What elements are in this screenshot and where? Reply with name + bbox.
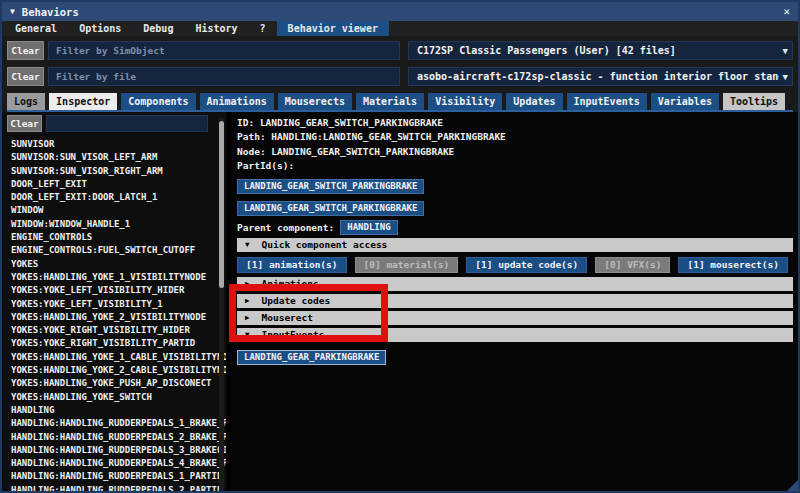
list-item[interactable]: HANDLING:HANDLING_RUDDERPEDALS_1_PARTID [7, 470, 226, 483]
menu-item[interactable]: Options [68, 21, 132, 36]
tab-strip: LogsInspectorComponentsAnimationsMousere… [7, 93, 793, 110]
toolbar: Clear C172SP Classic Passengers (User) [… [2, 36, 798, 112]
simobject-filter-input[interactable] [48, 41, 400, 60]
list-item[interactable]: YOKES:YOKE_LEFT_VISIBILITY_HIDER [7, 284, 226, 297]
list-item[interactable]: ENGINE_CONTROLS [7, 231, 226, 244]
path-line: Path: HANDLING:LANDING_GEAR_SWITCH_PARKI… [237, 130, 793, 144]
list-item[interactable]: WINDOW [7, 204, 226, 217]
list-item[interactable]: YOKES:HANDLING_YOKE_1_CABLE_VISIBILITYNO… [7, 351, 226, 364]
section-collapsed-icon: ▶ [245, 313, 250, 322]
list-item[interactable]: YOKES:HANDLING_YOKE_2_CABLE_VISIBILITYNO… [7, 364, 226, 377]
clear-simobject-filter-button[interactable]: Clear [7, 41, 44, 60]
tab[interactable]: Inspector [49, 93, 117, 110]
partids-label: PartId(s): [237, 159, 793, 173]
list-item[interactable]: HANDLING:HANDLING_RUDDERPEDALS_4_BRAKE_P… [7, 457, 226, 470]
tab[interactable]: Mouserects [278, 93, 352, 110]
section-update-codes[interactable]: ▶ Update codes [237, 294, 793, 308]
simobject-dropdown-value: C172SP Classic Passengers (User) [42 fil… [417, 45, 779, 56]
tab[interactable]: Animations [200, 93, 274, 110]
section-input-events[interactable]: ▼ InputEvents [237, 328, 793, 342]
node-filter-row: Clear [7, 115, 226, 132]
id-line: ID: LANDING_GEAR_SWITCH_PARKINGBRAKE [237, 116, 793, 130]
list-item[interactable]: HANDLING:HANDLING_RUDDERPEDALS_2_PARTID [7, 484, 226, 491]
file-filter-input[interactable] [48, 67, 400, 86]
menu-item[interactable]: History [184, 21, 248, 36]
behaviors-window: ▼ Behaviors ✕ GeneralOptionsDebugHistory… [0, 0, 800, 493]
tab[interactable]: InputEvents [567, 93, 647, 110]
list-item[interactable]: YOKES [7, 258, 226, 271]
close-icon[interactable]: ✕ [783, 5, 790, 18]
quick-access-button[interactable]: [1] mouserect(s) [678, 257, 788, 273]
tab[interactable]: Components [121, 93, 195, 110]
node-list: SUNVISORSUNVISOR:SUN_VISOR_LEFT_ARMSUNVI… [7, 136, 226, 491]
tab[interactable]: Updates [506, 93, 562, 110]
list-item[interactable]: YOKES:HANDLING_YOKE_PUSH_AP_DISCONECT [7, 377, 226, 390]
list-item[interactable]: HANDLING [7, 404, 226, 417]
list-item[interactable]: HANDLING:HANDLING_RUDDERPEDALS_2_BRAKE_P… [7, 431, 226, 444]
section-title: Quick component access [262, 239, 388, 250]
list-item[interactable]: YOKES:YOKE_RIGHT_VISIBILITY_PARTID [7, 337, 226, 350]
list-item[interactable]: YOKES:HANDLING_YOKE_2_VISIBILITYNODE [7, 311, 226, 324]
section-title: Mouserect [262, 312, 313, 323]
node-filter-input[interactable] [46, 115, 208, 132]
section-title: Update codes [262, 295, 331, 306]
menu-item[interactable]: General [4, 21, 68, 36]
section-animations[interactable]: ▶ Animations [237, 277, 793, 291]
list-item[interactable]: DOOR_LEFT_EXIT:DOOR_LATCH_1 [7, 191, 226, 204]
file-dropdown[interactable]: asobo-aircraft-c172sp-classic - function… [408, 67, 793, 86]
tab[interactable]: Tooltips [723, 93, 785, 110]
resize-grip-icon[interactable] [787, 480, 798, 491]
tab[interactable]: Logs [7, 93, 45, 110]
list-item[interactable]: SUNVISOR:SUN_VISOR_RIGHT_ARM [7, 165, 226, 178]
list-item[interactable]: YOKES:YOKE_LEFT_VISIBILITY_1 [7, 298, 226, 311]
node-line: Node: LANDING_GEAR_SWITCH_PARKINGBRAKE [237, 145, 793, 159]
list-item[interactable]: HANDLING:HANDLING_RUDDERPEDALS_3_BRAKE00… [7, 444, 226, 457]
list-item[interactable]: SUNVISOR:SUN_VISOR_LEFT_ARM [7, 151, 226, 164]
parent-component-chip[interactable]: HANDLING [340, 220, 397, 235]
tab[interactable]: Variables [651, 93, 719, 110]
menu-bar: GeneralOptionsDebugHistory?Behavior view… [2, 21, 798, 36]
section-quick-component-access[interactable]: ▼ Quick component access [237, 238, 793, 252]
quick-access-button[interactable]: [1] update code(s) [466, 257, 587, 273]
section-expanded-icon: ▼ [245, 240, 250, 249]
inspector-panel: ID: LANDING_GEAR_SWITCH_PARKINGBRAKE Pat… [231, 112, 798, 491]
quick-access-button[interactable]: [0] material(s) [355, 257, 459, 273]
tab[interactable]: Visibility [428, 93, 502, 110]
chevron-down-icon: ▼ [783, 46, 788, 56]
partid-chip[interactable]: LANDING_GEAR_SWITCH_PARKINGBRAKE [237, 179, 424, 194]
clear-file-filter-button[interactable]: Clear [7, 67, 44, 86]
parent-component-label: Parent component: [237, 222, 334, 233]
input-event-chip[interactable]: LANDING_GEAR_PARKINGBRAKE [237, 350, 386, 365]
parent-component-row: Parent component: HANDLING [237, 220, 793, 235]
section-mouserect[interactable]: ▶ Mouserect [237, 311, 793, 325]
list-item[interactable]: YOKES:HANDLING_YOKE_1_VISIBILITYNODE [7, 271, 226, 284]
partid-chips: LANDING_GEAR_SWITCH_PARKINGBRAKELANDING_… [237, 174, 793, 218]
quick-access-button[interactable]: [1] animation(s) [237, 257, 347, 273]
section-collapsed-icon: ▶ [245, 279, 250, 288]
list-item[interactable]: HANDLING:HANDLING_RUDDERPEDALS_1_BRAKE_P… [7, 417, 226, 430]
simobject-dropdown[interactable]: C172SP Classic Passengers (User) [42 fil… [408, 41, 793, 60]
list-item[interactable]: WINDOW:WINDOW_HANDLE_1 [7, 218, 226, 231]
partid-chip[interactable]: LANDING_GEAR_SWITCH_PARKINGBRAKE [237, 201, 424, 216]
file-filter-row: Clear asobo-aircraft-c172sp-classic - fu… [7, 67, 793, 86]
quick-access-button[interactable]: [0] VFX(s) [595, 257, 670, 273]
list-item[interactable]: DOOR_LEFT_EXIT [7, 178, 226, 191]
list-item[interactable]: YOKES:YOKE_RIGHT_VISIBILITY_HIDER [7, 324, 226, 337]
title-bar[interactable]: ▼ Behaviors ✕ [2, 2, 798, 21]
section-title: Animations [262, 278, 319, 289]
section-title: InputEvents [262, 329, 325, 340]
menu-item[interactable]: ? [249, 21, 277, 36]
tab[interactable]: Materials [356, 93, 424, 110]
simobject-filter-row: Clear C172SP Classic Passengers (User) [… [7, 41, 793, 60]
list-item[interactable]: ENGINE_CONTROLS:FUEL_SWITCH_CUTOFF [7, 244, 226, 257]
clear-node-filter-button[interactable]: Clear [7, 115, 42, 132]
list-item[interactable]: SUNVISOR [7, 138, 226, 151]
quick-access-buttons: [1] animation(s)[0] material(s)[1] updat… [237, 257, 793, 273]
section-expanded-icon: ▼ [245, 330, 250, 339]
chevron-down-icon: ▼ [783, 72, 788, 82]
list-item[interactable]: YOKES:HANDLING_YOKE_SWITCH [7, 391, 226, 404]
menu-item[interactable]: Behavior viewer [277, 21, 389, 36]
scrollbar-thumb[interactable] [219, 121, 224, 288]
collapse-arrow-icon[interactable]: ▼ [10, 7, 15, 16]
menu-item[interactable]: Debug [132, 21, 184, 36]
